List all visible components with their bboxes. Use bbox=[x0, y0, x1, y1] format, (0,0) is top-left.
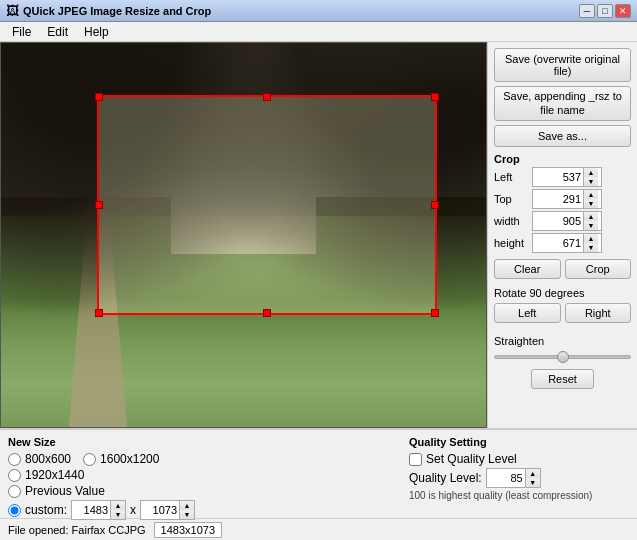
app-icon: 🖼 bbox=[6, 3, 19, 18]
prev-value-label: Previous Value bbox=[25, 484, 105, 498]
crop-left-row: Left ▲ ▼ bbox=[494, 167, 631, 187]
crop-action-row: Clear Crop bbox=[494, 259, 631, 279]
rotate-left-button[interactable]: Left bbox=[494, 303, 561, 323]
menu-bar: File Edit Help bbox=[0, 22, 637, 42]
x-separator: x bbox=[130, 503, 136, 517]
clear-button[interactable]: Clear bbox=[494, 259, 561, 279]
size-1600-label: 1600x1200 bbox=[100, 452, 159, 466]
size-1920-radio[interactable] bbox=[8, 469, 21, 482]
straighten-label: Straighten bbox=[494, 335, 631, 347]
minimize-button[interactable]: ─ bbox=[579, 4, 595, 18]
custom-height-down[interactable]: ▼ bbox=[180, 510, 194, 519]
crop-width-spinner: ▲ ▼ bbox=[583, 212, 598, 230]
crop-width-up[interactable]: ▲ bbox=[584, 212, 598, 221]
quality-note: 100 is highest quality (least compressio… bbox=[409, 490, 629, 501]
crop-height-row: height ▲ ▼ bbox=[494, 233, 631, 253]
quality-panel: Quality Setting Set Quality Level Qualit… bbox=[409, 436, 629, 512]
custom-width-spinbox[interactable]: ▲ ▼ bbox=[71, 500, 126, 520]
custom-width-up[interactable]: ▲ bbox=[111, 501, 125, 510]
crop-left-input[interactable] bbox=[533, 170, 583, 184]
crop-label: Crop bbox=[494, 153, 631, 165]
save-as-button[interactable]: Save as... bbox=[494, 125, 631, 147]
custom-width-down[interactable]: ▼ bbox=[111, 510, 125, 519]
crop-top-input[interactable] bbox=[533, 192, 583, 206]
size-1600-radio[interactable] bbox=[83, 453, 96, 466]
custom-height-input[interactable] bbox=[141, 503, 179, 517]
window-controls: ─ □ ✕ bbox=[579, 4, 631, 18]
size-800-label: 800x600 bbox=[25, 452, 71, 466]
custom-size-row: custom: ▲ ▼ x ▲ ▼ bbox=[8, 500, 389, 520]
save-overwrite-button[interactable]: Save (overwrite original file) bbox=[494, 48, 631, 82]
crop-height-spinbox[interactable]: ▲ ▼ bbox=[532, 233, 602, 253]
crop-left-spinbox[interactable]: ▲ ▼ bbox=[532, 167, 602, 187]
status-text: File opened: Fairfax CCJPG bbox=[8, 524, 146, 536]
straighten-section: Straighten Reset bbox=[494, 331, 631, 389]
crop-top-down[interactable]: ▼ bbox=[584, 199, 598, 208]
crop-height-input[interactable] bbox=[533, 236, 583, 250]
size-1920-label: 1920x1440 bbox=[25, 468, 84, 482]
size-800-row: 800x600 1600x1200 bbox=[8, 452, 389, 466]
reset-button[interactable]: Reset bbox=[531, 369, 594, 389]
crop-left-label: Left bbox=[494, 171, 532, 183]
menu-edit[interactable]: Edit bbox=[39, 23, 76, 41]
custom-height-up[interactable]: ▲ bbox=[180, 501, 194, 510]
rotate-right-button[interactable]: Right bbox=[565, 303, 632, 323]
crop-width-row: width ▲ ▼ bbox=[494, 211, 631, 231]
rotate-label: Rotate 90 degrees bbox=[494, 287, 631, 299]
crop-left-spinner: ▲ ▼ bbox=[583, 168, 598, 186]
menu-help[interactable]: Help bbox=[76, 23, 117, 41]
crop-width-down[interactable]: ▼ bbox=[584, 221, 598, 230]
window-title: QUick JPEG Image Resize and Crop bbox=[23, 5, 579, 17]
main-area: Save (overwrite original file) Save, app… bbox=[0, 42, 637, 428]
quality-level-spinbox[interactable]: ▲ ▼ bbox=[486, 468, 541, 488]
straighten-slider-container bbox=[494, 347, 631, 367]
quality-level-input[interactable] bbox=[487, 471, 525, 485]
set-quality-row: Set Quality Level bbox=[409, 452, 629, 466]
tree-overlay bbox=[1, 43, 486, 427]
custom-width-spinner: ▲ ▼ bbox=[110, 501, 125, 519]
image-panel[interactable] bbox=[0, 42, 487, 428]
custom-radio[interactable] bbox=[8, 504, 21, 517]
save-append-button[interactable]: Save, appending _rsz to file name bbox=[494, 86, 631, 121]
crop-top-spinbox[interactable]: ▲ ▼ bbox=[532, 189, 602, 209]
size-1920-row: 1920x1440 bbox=[8, 468, 389, 482]
prev-value-radio[interactable] bbox=[8, 485, 21, 498]
quality-level-label: Quality Level: bbox=[409, 471, 482, 485]
rotate-action-row: Left Right bbox=[494, 303, 631, 323]
crop-top-spinner: ▲ ▼ bbox=[583, 190, 598, 208]
crop-top-row: Top ▲ ▼ bbox=[494, 189, 631, 209]
size-800-radio[interactable] bbox=[8, 453, 21, 466]
menu-file[interactable]: File bbox=[4, 23, 39, 41]
crop-button[interactable]: Crop bbox=[565, 259, 632, 279]
new-size-title: New Size bbox=[8, 436, 389, 448]
straighten-slider-track bbox=[494, 355, 631, 359]
crop-left-down[interactable]: ▼ bbox=[584, 177, 598, 186]
crop-height-up[interactable]: ▲ bbox=[584, 234, 598, 243]
quality-level-row: Quality Level: ▲ ▼ bbox=[409, 468, 629, 488]
crop-left-up[interactable]: ▲ bbox=[584, 168, 598, 177]
custom-width-input[interactable] bbox=[72, 503, 110, 517]
straighten-slider-thumb[interactable] bbox=[557, 351, 569, 363]
maximize-button[interactable]: □ bbox=[597, 4, 613, 18]
crop-height-down[interactable]: ▼ bbox=[584, 243, 598, 252]
quality-up[interactable]: ▲ bbox=[526, 469, 540, 478]
crop-top-label: Top bbox=[494, 193, 532, 205]
custom-height-spinner: ▲ ▼ bbox=[179, 501, 194, 519]
crop-height-spinner: ▲ ▼ bbox=[583, 234, 598, 252]
custom-label: custom: bbox=[25, 503, 67, 517]
close-button[interactable]: ✕ bbox=[615, 4, 631, 18]
status-bar: File opened: Fairfax CCJPG 1483x1073 bbox=[0, 518, 637, 540]
image-background bbox=[1, 43, 486, 427]
crop-width-input[interactable] bbox=[533, 214, 583, 228]
crop-width-spinbox[interactable]: ▲ ▼ bbox=[532, 211, 602, 231]
custom-height-spinbox[interactable]: ▲ ▼ bbox=[140, 500, 195, 520]
new-size-panel: New Size 800x600 1600x1200 1920x1440 Pre… bbox=[8, 436, 389, 512]
quality-title: Quality Setting bbox=[409, 436, 629, 448]
quality-down[interactable]: ▼ bbox=[526, 478, 540, 487]
set-quality-label: Set Quality Level bbox=[426, 452, 517, 466]
status-size-box: 1483x1073 bbox=[154, 522, 222, 538]
quality-level-spinner: ▲ ▼ bbox=[525, 469, 540, 487]
crop-height-label: height bbox=[494, 237, 532, 249]
crop-top-up[interactable]: ▲ bbox=[584, 190, 598, 199]
set-quality-checkbox[interactable] bbox=[409, 453, 422, 466]
